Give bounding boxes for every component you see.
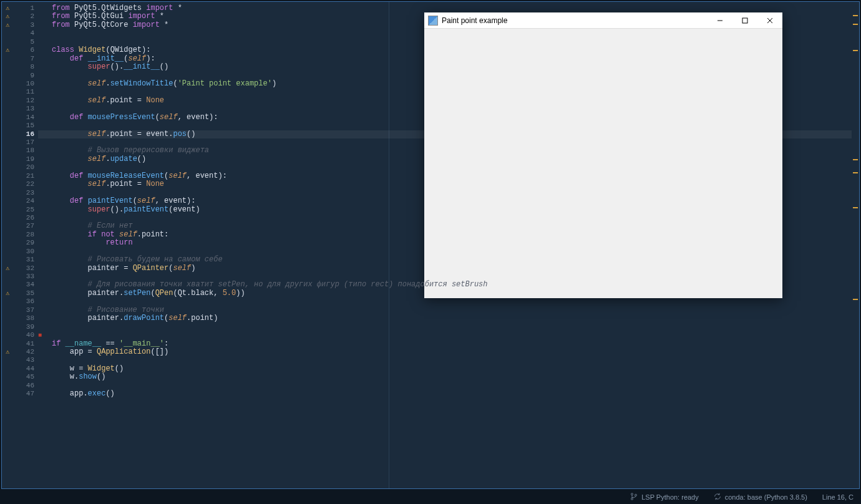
code-line[interactable] [38,163,852,172]
line-number[interactable]: 12 [13,97,38,105]
line-number[interactable]: 28 [13,231,38,239]
code-line[interactable] [38,298,852,306]
line-number[interactable]: 21 [13,172,38,180]
code-line[interactable] [38,331,852,339]
line-number[interactable]: 14 [13,114,38,122]
line-number[interactable]: 42 [13,348,38,356]
code-line[interactable]: # Рисование точки [38,306,852,314]
code-line[interactable] [38,248,852,256]
code-line[interactable]: if not self.point: [38,231,852,239]
code-line[interactable]: def paintEvent(self, event): [38,197,852,205]
code-line[interactable]: w = Widget() [38,365,852,373]
line-number[interactable]: 2 [13,12,38,21]
code-line[interactable]: super().__init__() [38,63,852,71]
code-line[interactable] [38,105,852,113]
line-number[interactable]: 11 [13,88,38,96]
code-line[interactable] [38,72,852,80]
code-line[interactable] [38,382,852,390]
code-line[interactable]: from PyQt5.QtWidgets import * [38,4,852,12]
code-line[interactable] [38,356,852,364]
line-number[interactable]: 19 [13,155,38,163]
status-linecol[interactable]: Line 16, C [815,493,861,501]
code-line[interactable]: if __name__ == '__main__': [38,340,852,348]
line-number[interactable]: 32 [13,264,38,273]
line-number[interactable]: 1 [13,4,38,12]
code-line[interactable] [38,189,852,197]
code-line[interactable]: app = QApplication([]) [38,348,852,356]
line-number[interactable]: 46 [13,382,38,390]
code-line[interactable] [38,29,852,37]
code-line[interactable]: # Если нет [38,222,852,230]
code-line[interactable]: from PyQt5.QtGui import * [38,12,852,21]
code-line[interactable] [38,122,852,130]
line-number[interactable]: 23 [13,189,38,197]
line-number[interactable]: 6 [13,46,38,54]
line-number[interactable]: 41 [13,340,38,348]
status-lsp[interactable]: LSP Python: ready [623,493,706,502]
code-line[interactable]: self.update() [38,155,852,163]
line-number-gutter[interactable]: 1234567891011121314151617181920212223242… [13,2,38,488]
line-number[interactable]: 20 [13,163,38,172]
code-line[interactable] [38,323,852,331]
code-line[interactable] [38,138,852,147]
code-line[interactable]: w.show() [38,373,852,381]
line-number[interactable]: 5 [13,38,38,46]
line-number[interactable]: 39 [13,323,38,331]
line-number[interactable]: 36 [13,298,38,306]
code-area[interactable]: from PyQt5.QtWidgets import *from PyQt5.… [38,2,852,488]
line-number[interactable]: 7 [13,55,38,63]
line-number[interactable]: 4 [13,29,38,37]
line-number[interactable]: 9 [13,72,38,80]
line-number[interactable]: 44 [13,365,38,373]
line-number[interactable]: 16 [13,130,38,138]
code-line[interactable]: self.setWindowTitle('Paint point example… [38,80,852,88]
code-line[interactable]: # Вызов перерисовки виджета [38,147,852,155]
line-number[interactable]: 35 [13,289,38,298]
line-number[interactable]: 40 [13,331,38,339]
line-number[interactable]: 34 [13,281,38,289]
code-line[interactable]: self.point = None [38,97,852,105]
code-line[interactable]: def mousePressEvent(self, event): [38,114,852,122]
line-number[interactable]: 10 [13,80,38,88]
line-number[interactable]: 31 [13,256,38,264]
code-line[interactable]: # Для рисования точки хватит setPen, но … [38,281,852,289]
code-line[interactable]: def mouseReleaseEvent(self, event): [38,172,852,180]
line-number[interactable]: 45 [13,373,38,381]
line-number[interactable]: 47 [13,390,38,398]
line-number[interactable]: 43 [13,356,38,364]
code-line[interactable]: self.point = None [38,180,852,188]
line-number[interactable]: 38 [13,314,38,322]
code-line[interactable]: self.point = event.pos() [38,130,852,138]
code-line[interactable]: super().paintEvent(event) [38,206,852,214]
line-number[interactable]: 37 [13,306,38,314]
line-number[interactable]: 8 [13,63,38,71]
line-number[interactable]: 25 [13,206,38,214]
code-line[interactable]: return [38,239,852,247]
code-line[interactable]: painter = QPainter(self) [38,264,852,273]
code-line[interactable]: painter.setPen(QPen(Qt.black, 5.0)) [38,289,852,298]
code-line[interactable]: painter.drawPoint(self.point) [38,314,852,322]
code-line[interactable]: app.exec() [38,390,852,398]
line-number[interactable]: 27 [13,222,38,230]
line-number[interactable]: 15 [13,122,38,130]
code-line[interactable] [38,88,852,96]
line-number[interactable]: 26 [13,214,38,222]
code-line[interactable]: def __init__(self): [38,55,852,63]
line-number[interactable]: 3 [13,21,38,29]
status-conda[interactable]: conda: base (Python 3.8.5) [706,493,815,502]
line-number[interactable]: 30 [13,248,38,256]
code-line[interactable] [38,214,852,222]
code-line[interactable]: # Рисовать будем на самом себе [38,256,852,264]
minimap[interactable] [852,2,859,488]
code-line[interactable] [38,273,852,281]
line-number[interactable]: 24 [13,197,38,205]
line-number[interactable]: 17 [13,138,38,147]
line-number[interactable]: 29 [13,239,38,247]
line-number[interactable]: 22 [13,180,38,188]
code-line[interactable]: from PyQt5.QtCore import * [38,21,852,29]
code-line[interactable] [38,38,852,46]
line-number[interactable]: 18 [13,147,38,155]
code-line[interactable]: class Widget(QWidget): [38,46,852,54]
line-number[interactable]: 13 [13,105,38,113]
line-number[interactable]: 33 [13,273,38,281]
